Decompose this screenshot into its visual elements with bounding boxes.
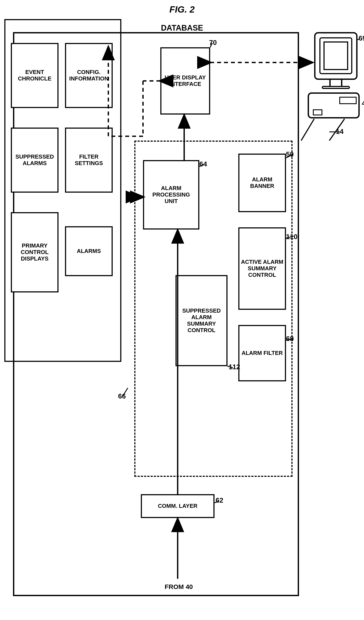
ref-69: 69 (359, 34, 364, 42)
ref-64: 64 (199, 160, 207, 168)
figure-title: FIG. 2 (4, 4, 360, 15)
monitor-icon (314, 32, 358, 89)
ref-70: 70 (209, 39, 217, 47)
db-config-info: CONFIG. INFORMATION (65, 43, 113, 108)
ref-40: 40 (362, 99, 364, 107)
ref-62: 62 (216, 496, 223, 504)
ref-66: 66 (118, 392, 126, 400)
db-suppressed-alarms: SUPPRESSED ALARMS (11, 127, 58, 193)
comm-layer: COMM. LAYER (141, 494, 215, 518)
db-filter-settings: FILTER SETTINGS (65, 127, 113, 193)
diagram-canvas: DATABASE EVENT CHRONICLE CONFIG. INFORMA… (4, 19, 360, 605)
user-display-interface: USER DISPLAY INTERFACE (160, 47, 210, 115)
alarm-filter: ALARM FILTER (238, 325, 286, 381)
database-title: DATABASE (4, 23, 360, 32)
alarm-processing-unit: ALARM PROCESSING UNIT (143, 160, 199, 230)
ref-112: 112 (229, 363, 240, 371)
suppressed-alarm-summary-control: SUPPRESSED ALARM SUMMARY CONTROL (175, 275, 228, 366)
pc-icon (308, 93, 360, 118)
ref-68: 68 (286, 335, 294, 343)
ref-14: 14 (336, 127, 344, 136)
ref-50: 50 (286, 150, 294, 158)
svg-line-18 (301, 119, 314, 140)
ref-110: 110 (286, 233, 297, 241)
active-alarm-summary-control: ACTIVE ALARM SUMMARY CONTROL (238, 227, 286, 310)
db-alarms: ALARMS (65, 226, 113, 276)
from-40-label: FROM 40 (165, 583, 193, 590)
db-event-chronicle: EVENT CHRONICLE (11, 43, 58, 108)
db-primary-control-displays: PRIMARY CONTROL DISPLAYS (11, 212, 58, 293)
alarm-banner: ALARM BANNER (238, 154, 286, 212)
